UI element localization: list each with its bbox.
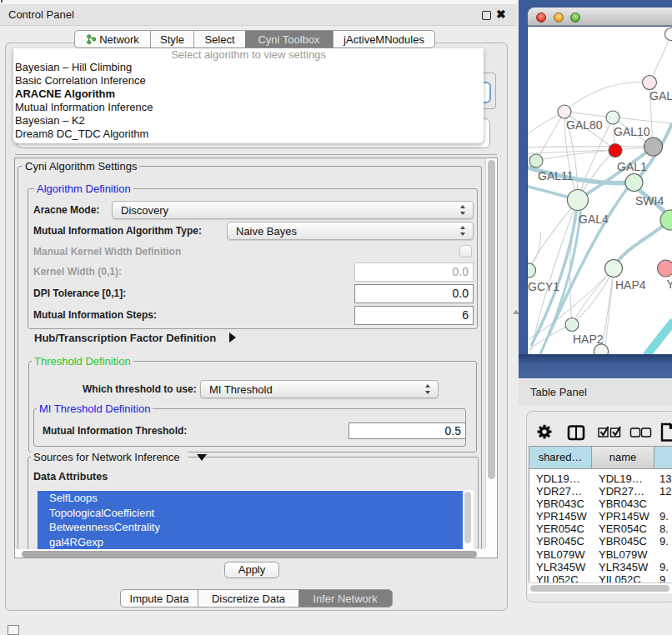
svg-text:HAP4: HAP4 xyxy=(615,278,646,292)
svg-text:GAL10: GAL10 xyxy=(614,125,650,138)
svg-text:GCY1: GCY1 xyxy=(528,280,559,293)
svg-text:Y: Y xyxy=(667,278,672,291)
svg-text:SWI4: SWI4 xyxy=(635,194,664,208)
svg-text:GAL80: GAL80 xyxy=(566,118,603,132)
svg-text:HAP2: HAP2 xyxy=(573,332,604,346)
svg-text:GAL1: GAL1 xyxy=(617,160,647,173)
svg-text:GAL4: GAL4 xyxy=(579,212,609,226)
svg-text:GAL11: GAL11 xyxy=(538,169,574,182)
svg-text:GAL: GAL xyxy=(649,89,672,102)
